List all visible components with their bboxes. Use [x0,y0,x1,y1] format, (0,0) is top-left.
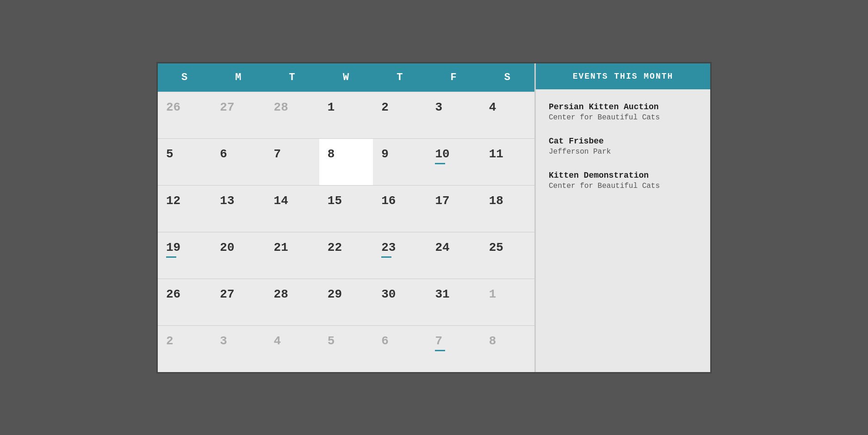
calendar-cell[interactable]: 4 [481,92,534,138]
day-number: 9 [381,147,389,161]
day-number: 18 [489,194,503,208]
calendar-week: 12131415161718 [158,185,534,232]
day-name-t: T [266,63,319,92]
calendar-cell[interactable]: 27 [211,279,265,325]
day-number: 16 [381,194,396,208]
calendar-cell[interactable]: 16 [373,186,427,232]
calendar-cell[interactable]: 3 [427,92,480,138]
day-number: 3 [435,100,442,114]
calendar-cell[interactable]: 7 [427,326,480,372]
day-number: 1 [489,287,496,301]
event-item[interactable]: Kitten DemonstrationCenter for Beautiful… [549,171,697,190]
day-number: 28 [274,287,288,301]
day-number: 5 [328,334,335,348]
calendar-cell[interactable]: 5 [319,326,373,372]
calendar-cell[interactable]: 23 [373,232,427,279]
day-number: 15 [328,194,342,208]
day-number: 17 [435,194,449,208]
calendar-cell[interactable]: 19 [158,232,211,279]
calendar-cell[interactable]: 1 [319,92,373,138]
calendar-cell[interactable]: 20 [211,232,265,279]
day-number: 27 [220,100,234,114]
calendar-cell[interactable]: 4 [266,326,319,372]
day-number: 1 [328,100,335,114]
event-location: Center for Beautiful Cats [549,182,697,190]
calendar-cell[interactable]: 26 [158,92,211,138]
day-number: 7 [274,147,281,161]
calendar-cell[interactable]: 17 [427,186,480,232]
calendar-body: 2627281234567891011121314151617181920212… [158,92,534,372]
event-item[interactable]: Cat FrisbeeJefferson Park [549,137,697,156]
day-number: 2 [381,100,389,114]
day-name-m: M [211,63,265,92]
calendar-cell[interactable]: 12 [158,186,211,232]
day-number: 8 [328,147,335,161]
calendar-container: SMTWTFS 26272812345678910111213141516171… [156,62,712,373]
calendar-cell[interactable]: 14 [266,186,319,232]
event-indicator [435,350,445,351]
day-number: 31 [435,287,449,301]
event-title: Kitten Demonstration [549,171,697,180]
event-indicator [435,163,445,164]
calendar-cell[interactable]: 24 [427,232,480,279]
day-number: 4 [489,100,496,114]
calendar-cell[interactable]: 25 [481,232,534,279]
event-location: Center for Beautiful Cats [549,113,697,122]
calendar-week: 567891011 [158,138,534,185]
day-number: 13 [220,194,234,208]
day-number: 21 [274,241,288,255]
day-number: 27 [220,287,234,301]
event-item[interactable]: Persian Kitten AuctionCenter for Beautif… [549,102,697,122]
calendar-cell[interactable]: 31 [427,279,480,325]
day-number: 19 [166,241,180,255]
calendar-cell[interactable]: 28 [266,92,319,138]
day-number: 4 [274,334,281,348]
day-number: 6 [381,334,389,348]
calendar-cell[interactable]: 22 [319,232,373,279]
calendar-cell[interactable]: 2 [373,92,427,138]
calendar-cell[interactable]: 8 [319,139,373,185]
calendar-cell[interactable]: 13 [211,186,265,232]
calendar-cell[interactable]: 7 [266,139,319,185]
calendar-week: 2345678 [158,325,534,372]
events-panel: EVENTS THIS MONTH Persian Kitten Auction… [534,63,710,372]
calendar-header: SMTWTFS [158,63,534,92]
day-name-f: F [427,63,480,92]
calendar-cell[interactable]: 3 [211,326,265,372]
calendar-cell[interactable]: 11 [481,139,534,185]
day-number: 11 [489,147,503,161]
day-name-s: S [158,63,211,92]
events-list: Persian Kitten AuctionCenter for Beautif… [536,89,710,203]
calendar-cell[interactable]: 30 [373,279,427,325]
day-number: 2 [166,334,174,348]
calendar-cell[interactable]: 8 [481,326,534,372]
day-number: 8 [489,334,496,348]
day-number: 28 [274,100,288,114]
day-number: 23 [381,241,396,255]
day-number: 10 [435,147,449,161]
calendar-cell[interactable]: 1 [481,279,534,325]
calendar-cell[interactable]: 18 [481,186,534,232]
day-number: 5 [166,147,174,161]
day-number: 7 [435,334,442,348]
event-indicator [166,256,176,258]
calendar-cell[interactable]: 27 [211,92,265,138]
day-number: 12 [166,194,180,208]
calendar-cell[interactable]: 26 [158,279,211,325]
calendar-week: 2627282930311 [158,279,534,325]
calendar-cell[interactable]: 9 [373,139,427,185]
calendar-cell[interactable]: 15 [319,186,373,232]
calendar-cell[interactable]: 5 [158,139,211,185]
calendar-cell[interactable]: 6 [373,326,427,372]
day-number: 29 [328,287,342,301]
calendar-cell[interactable]: 6 [211,139,265,185]
calendar-cell[interactable]: 10 [427,139,480,185]
calendar-cell[interactable]: 2 [158,326,211,372]
day-number: 20 [220,241,234,255]
day-number: 25 [489,241,503,255]
calendar-cell[interactable]: 29 [319,279,373,325]
calendar-cell[interactable]: 28 [266,279,319,325]
calendar-cell[interactable]: 21 [266,232,319,279]
day-number: 3 [220,334,227,348]
calendar-main: SMTWTFS 26272812345678910111213141516171… [158,63,534,372]
